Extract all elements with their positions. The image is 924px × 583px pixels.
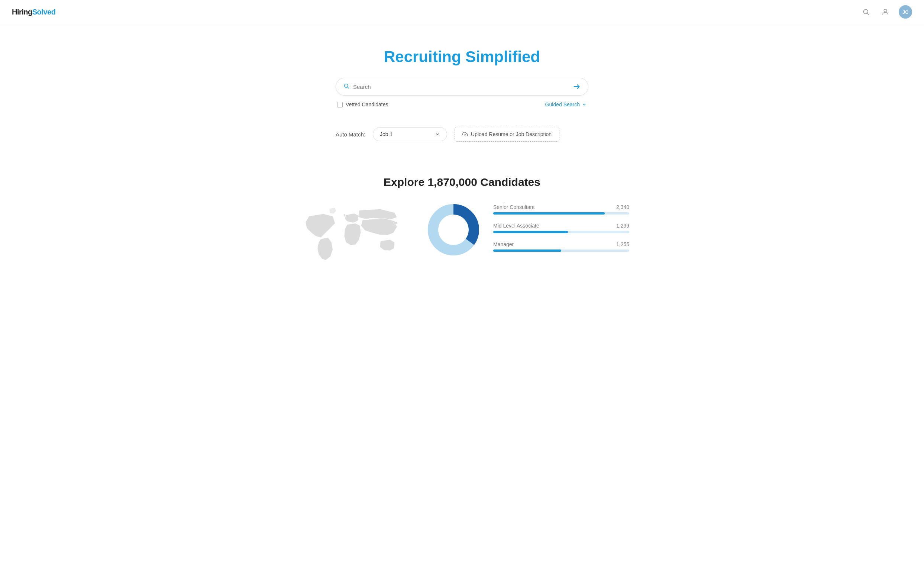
vetted-candidates-label[interactable]: Vetted Candidates: [337, 101, 388, 107]
stat-bar-fill: [493, 249, 561, 252]
stat-bar-fill: [493, 231, 568, 233]
chevron-down-icon: [582, 102, 587, 107]
upload-label: Upload Resume or Job Description: [471, 131, 551, 137]
donut-svg: [426, 202, 481, 258]
stat-bar-bg: [493, 231, 629, 233]
main-content: Recruiting Simplified Vetted Candidates: [0, 24, 924, 270]
search-options: Vetted Candidates Guided Search: [336, 101, 588, 107]
logo-solved: Solved: [32, 8, 56, 16]
upload-icon: [462, 132, 468, 137]
automatch-label: Auto Match:: [336, 131, 365, 137]
svg-line-4: [348, 87, 349, 89]
page-title: Recruiting Simplified: [384, 48, 540, 66]
stat-value: 2,340: [616, 204, 629, 210]
explore-section: Explore 1,870,000 Candidates: [0, 168, 924, 270]
search-container: [336, 78, 588, 96]
world-map: [295, 202, 414, 270]
vetted-checkbox[interactable]: [337, 102, 343, 107]
search-bar: [336, 78, 588, 96]
dropdown-chevron-icon: [435, 132, 440, 137]
map-svg: [295, 202, 414, 268]
stat-label: Senior Consultant: [493, 204, 535, 210]
stat-bar-bg: [493, 249, 629, 252]
logo-hiring: Hiring: [12, 8, 32, 16]
upload-button[interactable]: Upload Resume or Job Description: [455, 127, 559, 142]
search-nav-button[interactable]: [860, 6, 872, 18]
search-input[interactable]: [353, 84, 573, 90]
search-icon: [343, 83, 350, 90]
logo: HiringSolved: [12, 8, 55, 17]
stat-value: 1,299: [616, 223, 629, 229]
automatch-row: Auto Match: Job 1 Upload Resume or Job D…: [336, 127, 588, 142]
explore-title: Explore 1,870,000 Candidates: [384, 176, 540, 188]
person-icon: [881, 8, 889, 16]
svg-point-9: [439, 215, 468, 244]
svg-line-1: [868, 13, 870, 15]
profile-nav-button[interactable]: [879, 6, 891, 18]
stat-label: Mid Level Associate: [493, 223, 539, 229]
selected-job: Job 1: [380, 131, 393, 137]
stat-value: 1,255: [616, 241, 629, 247]
automatch-dropdown[interactable]: Job 1: [373, 127, 447, 141]
guided-search-label: Guided Search: [545, 101, 580, 107]
stat-bar-fill: [493, 212, 605, 215]
explore-content: Senior Consultant 2,340 Mid Level Associ…: [295, 202, 629, 270]
stat-bar-bg: [493, 212, 629, 215]
stat-row: Senior Consultant 2,340: [493, 204, 629, 215]
guided-search-button[interactable]: Guided Search: [545, 101, 587, 107]
arrow-right-icon: [573, 83, 581, 91]
stats-container: Senior Consultant 2,340 Mid Level Associ…: [493, 202, 629, 252]
stat-row: Mid Level Associate 1,299: [493, 223, 629, 233]
stat-label: Manager: [493, 241, 514, 247]
navbar: HiringSolved JC: [0, 0, 924, 24]
avatar[interactable]: JC: [899, 5, 912, 18]
nav-icons: JC: [860, 5, 912, 18]
svg-point-0: [863, 9, 868, 14]
stat-row: Manager 1,255: [493, 241, 629, 252]
svg-point-3: [345, 84, 348, 88]
vetted-candidates-text: Vetted Candidates: [346, 101, 388, 107]
donut-chart: [426, 202, 481, 258]
search-submit-button[interactable]: [573, 83, 581, 91]
search-icon: [862, 8, 870, 16]
svg-point-2: [884, 9, 886, 12]
